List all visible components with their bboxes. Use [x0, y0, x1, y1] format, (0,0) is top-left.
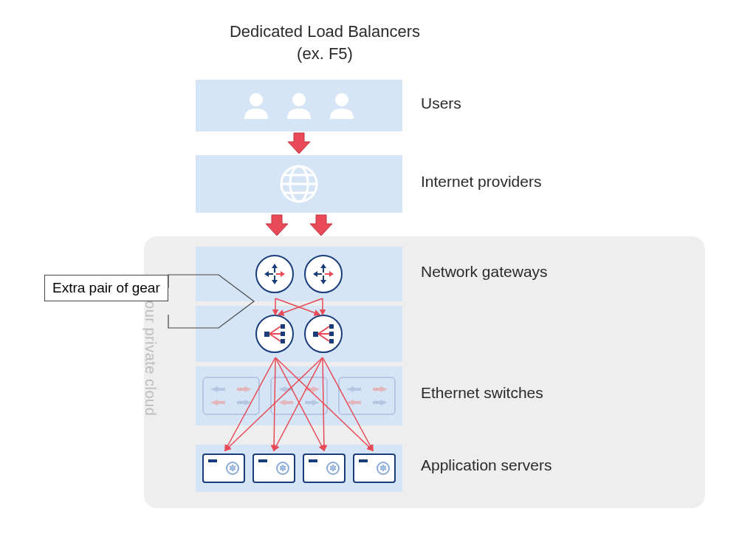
layer-isp-label: Internet providers	[421, 173, 541, 191]
server-icon	[353, 453, 396, 483]
flow-arrow-icon	[264, 213, 289, 239]
svg-point-0	[250, 93, 263, 106]
svg-line-16	[318, 326, 329, 334]
title-line1: Dedicated Load Balancers	[230, 22, 420, 41]
diagram-title: Dedicated Load Balancers (ex. F5)	[221, 21, 428, 64]
svg-rect-8	[264, 332, 269, 337]
flow-arrow-icon	[309, 213, 334, 239]
svg-rect-14	[281, 339, 285, 343]
server-icon	[202, 453, 245, 483]
callout-extra-gear: Extra pair of gear	[44, 275, 168, 301]
gateway-icon	[255, 255, 294, 293]
svg-rect-15	[313, 332, 318, 337]
layer-ethernet-switches	[196, 366, 402, 425]
svg-rect-12	[281, 324, 285, 329]
svg-rect-20	[329, 332, 334, 336]
layer-users-label: Users	[421, 95, 461, 112]
svg-line-18	[318, 334, 329, 341]
layer-server-label: Application servers	[421, 456, 551, 474]
switch-icon	[202, 377, 260, 415]
globe-icon	[279, 164, 319, 204]
svg-rect-13	[281, 332, 285, 336]
callout-text: Extra pair of gear	[52, 280, 160, 295]
load-balancer-icon	[304, 315, 343, 353]
layer-application-servers	[196, 445, 402, 492]
svg-point-2	[335, 93, 348, 106]
server-icon	[252, 453, 295, 483]
private-cloud-label: Your private cloud	[142, 292, 159, 416]
layer-internet-providers	[196, 155, 402, 213]
user-icon	[283, 89, 315, 122]
svg-rect-21	[329, 339, 334, 343]
flow-arrow-icon	[286, 131, 312, 157]
layer-gateway-label: Network gateways	[421, 263, 548, 281]
layer-users	[196, 80, 402, 131]
user-icon	[326, 89, 358, 122]
svg-point-1	[292, 93, 306, 106]
gateway-icon	[304, 255, 343, 293]
callout-pointer-icon	[167, 273, 255, 332]
svg-line-11	[269, 334, 281, 341]
switch-icon	[338, 377, 396, 415]
user-icon	[240, 89, 272, 122]
switch-icon	[270, 377, 328, 415]
title-line2: (ex. F5)	[297, 44, 353, 63]
svg-rect-19	[329, 324, 334, 329]
load-balancer-icon	[255, 315, 294, 353]
server-icon	[303, 453, 346, 483]
svg-line-9	[269, 326, 281, 334]
layer-switch-label: Ethernet switches	[421, 384, 543, 402]
